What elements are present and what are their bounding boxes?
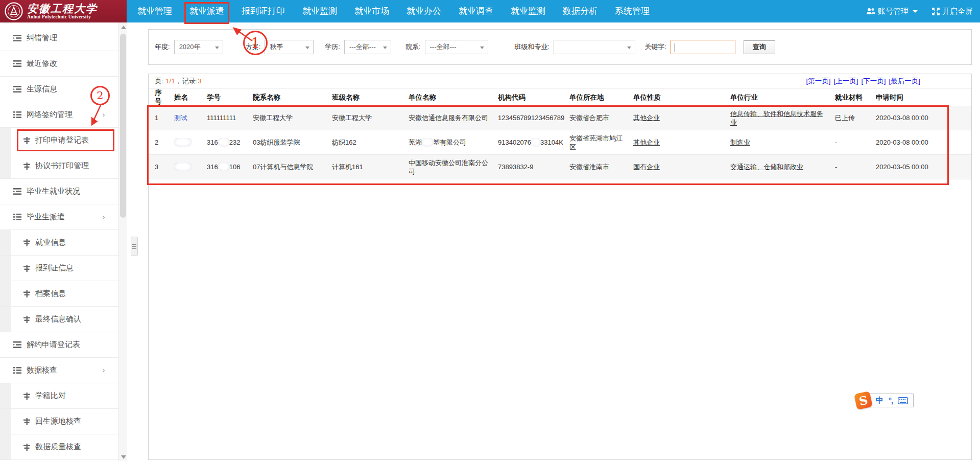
nav-item-6[interactable]: 就业调查 [450,0,502,22]
table-cell[interactable]: 其他企业 [630,113,727,122]
nav-item-3[interactable]: 就业监测 [294,0,346,22]
chevron-down-icon [383,47,387,49]
table-cell: 111111111 [204,113,250,122]
chevron-right-icon: › [102,366,105,375]
sidebar-item-8[interactable]: 就业信息 [0,230,118,256]
table-cell: 中国移动安徽公司淮南分公司 [405,158,495,176]
nav-item-0[interactable]: 就业管理 [129,0,181,22]
fullscreen-button[interactable]: 开启全屏 [932,7,973,16]
keyword-input[interactable] [671,40,735,54]
top-nav: 就业管理就业派遣报到证打印就业监测就业市场就业办公就业调查就业监测数据分析系统管… [129,0,658,22]
table-header-row: 序号姓名学号院系名称班级名称单位名称机构代码单位所在地单位性质单位行业就业材料申… [149,88,971,106]
top-bar: 安徽工程大学 Anhui Polytechnic University 就业管理… [0,0,980,22]
table-cell: 安徽省淮南市 [566,163,630,171]
table-cell: 2020-03-05 00:00 [873,163,949,171]
nav-item-2[interactable]: 报到证打印 [233,0,294,22]
sidebar-item-label: 最终信息确认 [35,314,81,324]
scrollbar-thumb[interactable] [120,34,126,218]
sidebar-item-10[interactable]: 档案信息 [0,281,118,307]
plan-select[interactable]: 秋季 [265,40,314,54]
department-select[interactable]: ---全部--- [425,40,488,54]
results-panel: 页: 1/1，记录:3 [第一页][上一页][下一页][最后一页] 序号姓名学号… [148,74,972,460]
column-header-6: 机构代码 [495,93,566,102]
table-body: 1测试111111111安徽工程大学安徽工程大学安徽信通信息服务有限公司1234… [149,106,971,179]
table-cell: 安徽工程大学 [329,113,405,122]
table-cell: - [832,138,873,147]
nav-item-8[interactable]: 数据分析 [554,0,606,22]
column-header-2: 学号 [204,93,250,102]
sidebar-item-14[interactable]: 学籍比对 [0,383,118,409]
table-cell: 已上传 [832,113,873,122]
pagination-link-prev[interactable]: [上一页] [833,77,858,86]
table-cell: 2020-03-08 00:00 [873,138,949,147]
ime-punctuation-button[interactable]: °, [889,396,893,405]
table-cell[interactable]: 国有企业 [630,163,727,171]
scroll-down-icon[interactable] [121,455,126,459]
column-header-8: 单位性质 [630,93,727,102]
student-name-link[interactable] [171,163,204,171]
search-button[interactable]: 查询 [744,40,775,54]
table-cell: 安徽省合肥市 [566,113,630,122]
sidebar-item-3[interactable]: 网络签约管理› [0,102,118,128]
sidebar-item-13[interactable]: 数据核查› [0,358,118,383]
nav-item-5[interactable]: 就业办公 [398,0,450,22]
account-menu[interactable]: 账号管理 [866,7,918,16]
sidebar-item-11[interactable]: 最终信息确认 [0,307,118,332]
ime-chinese-mode-button[interactable]: 中 [876,396,883,405]
nav-item-4[interactable]: 就业市场 [346,0,398,22]
sidebar-item-9[interactable]: 报到证信息 [0,256,118,281]
submenu-icon [23,444,30,451]
sidebar-item-label: 毕业生派遣 [27,212,65,222]
degree-select[interactable]: ---全部--- [344,40,391,54]
nav-item-7[interactable]: 就业监测 [502,0,554,22]
table-cell: 3 [152,163,171,171]
table-cell: 安徽省芜湖市鸠江区 [566,134,630,151]
sidebar-item-12[interactable]: 解约申请登记表 [0,332,118,358]
table-cell[interactable]: 交通运输、仓储和邮政业 [727,163,832,171]
nav-item-1[interactable]: 就业派遣 [181,0,233,22]
sidebar-item-16[interactable]: 数据质量核查 [0,434,118,460]
text-cursor [675,43,675,52]
redacted-text [218,163,229,171]
sidebar-item-15[interactable]: 回生源地核查 [0,409,118,434]
redacted-text [531,138,540,146]
chevron-down-icon [627,47,631,49]
table-cell: 91340207633104K [495,138,566,147]
redacted-text [422,138,433,146]
sidebar-item-7[interactable]: 毕业生派遣› [0,204,118,230]
sidebar-item-6[interactable]: 毕业生就业状况 [0,179,118,204]
sidebar-scrollbar[interactable] [118,22,127,461]
year-select[interactable]: 2020年 [174,40,223,54]
sidebar-item-5[interactable]: 协议书打印管理 [0,153,118,179]
table-cell[interactable]: 制造业 [727,138,832,147]
student-name-link[interactable]: 测试 [171,113,204,122]
table-row: 331610607计算机与信息学院计算机161中国移动安徽公司淮南分公司7389… [149,155,971,179]
sidebar-item-4[interactable]: 打印申请登记表 [0,128,118,153]
pagination-link-next[interactable]: [下一页] [861,77,886,86]
pagination-link-last[interactable]: [最后一页] [889,77,920,86]
nav-item-9[interactable]: 系统管理 [606,0,658,22]
submenu-icon [23,316,30,323]
table-cell: 1 [152,113,171,122]
pagination-link-first[interactable]: [第一页] [806,77,830,86]
pagination-bar: 页: 1/1，记录:3 [第一页][上一页][下一页][最后一页] [149,74,971,88]
submenu-icon [23,163,30,170]
university-name-en: Anhui Polytechnic University [27,14,98,19]
column-header-4: 班级名称 [329,93,405,102]
menu-icon [13,341,21,348]
table-cell[interactable]: 其他企业 [630,138,727,147]
ime-keyboard-icon[interactable] [898,397,908,404]
class-major-select[interactable] [554,40,635,54]
sidebar-item-1[interactable]: 最近修改 [0,51,118,77]
sidebar-item-label: 就业信息 [35,238,66,247]
scroll-up-icon[interactable] [121,26,126,29]
menu-icon [13,367,21,374]
sogou-logo-icon[interactable]: S [854,391,873,410]
annotation-step1-circle: 1 [243,31,268,55]
sidebar-collapse-handle[interactable] [131,237,138,256]
pagination-links: [第一页][上一页][下一页][最后一页] [806,77,920,86]
column-header-1: 姓名 [171,93,204,102]
student-name-link[interactable] [171,138,204,147]
sidebar-item-0[interactable]: 纠错管理 [0,26,118,51]
table-cell[interactable]: 信息传输、软件和信息技术服务业 [727,109,832,127]
